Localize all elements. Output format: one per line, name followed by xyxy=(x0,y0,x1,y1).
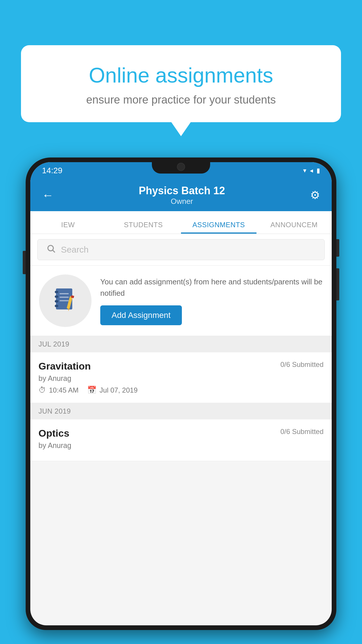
assignment-header-optics: Optics 0/6 Submitted xyxy=(38,428,324,439)
bubble-subtitle: ensure more practice for your students xyxy=(44,94,318,106)
notebook-icon xyxy=(54,287,77,314)
calendar-icon: 📅 xyxy=(87,386,96,395)
search-placeholder: Search xyxy=(61,245,89,255)
phone-device: 14:29 ▾ ◂ ▮ ← Physics Batch 12 Owner ⚙ xyxy=(26,158,336,644)
assignment-item-gravitation[interactable]: Gravitation 0/6 Submitted by Anurag ⏱ 10… xyxy=(30,352,332,403)
back-button[interactable]: ← xyxy=(42,189,54,202)
speech-bubble: Online assignments ensure more practice … xyxy=(21,45,341,122)
search-icon xyxy=(46,244,56,256)
assignment-date: 📅 Jul 07, 2019 xyxy=(87,386,138,395)
header-subtitle: Owner xyxy=(54,197,310,206)
phone-body: 14:29 ▾ ◂ ▮ ← Physics Batch 12 Owner ⚙ xyxy=(26,158,336,630)
assignment-title-optics: Optics xyxy=(38,428,69,439)
assignment-submitted: 0/6 Submitted xyxy=(280,360,324,369)
header-title: Physics Batch 12 xyxy=(54,185,310,197)
promo-section: You can add assignment(s) from here and … xyxy=(30,266,332,336)
search-container: Search xyxy=(30,234,332,266)
phone-screen: 14:29 ▾ ◂ ▮ ← Physics Batch 12 Owner ⚙ xyxy=(30,162,332,625)
assignment-header: Gravitation 0/6 Submitted xyxy=(38,360,324,372)
svg-rect-6 xyxy=(55,305,58,307)
header-title-area: Physics Batch 12 Owner xyxy=(54,185,310,206)
assignment-by: by Anurag xyxy=(38,374,324,383)
front-camera xyxy=(177,163,185,171)
screen-content: 14:29 ▾ ◂ ▮ ← Physics Batch 12 Owner ⚙ xyxy=(30,162,332,625)
svg-rect-9 xyxy=(59,300,69,301)
assignment-time: ⏱ 10:45 AM xyxy=(38,386,78,395)
svg-rect-3 xyxy=(55,291,58,293)
tab-announcements[interactable]: ANNOUNCEM xyxy=(256,221,332,234)
svg-rect-7 xyxy=(59,293,69,294)
status-icons: ▾ ◂ ▮ xyxy=(303,167,320,174)
promo-icon-circle xyxy=(39,274,92,327)
month-separator-jun: JUN 2019 xyxy=(30,403,332,419)
month-separator-jul: JUL 2019 xyxy=(30,336,332,352)
battery-icon: ▮ xyxy=(317,167,320,174)
assignment-title: Gravitation xyxy=(38,360,91,372)
svg-rect-8 xyxy=(59,297,69,298)
add-assignment-button[interactable]: Add Assignment xyxy=(100,305,182,325)
search-bar[interactable]: Search xyxy=(37,239,325,260)
volume-button xyxy=(23,251,26,274)
promo-text-area: You can add assignment(s) from here and … xyxy=(100,276,323,325)
signal-icon: ◂ xyxy=(310,167,313,174)
tab-iew[interactable]: IEW xyxy=(30,221,106,234)
app-header: ← Physics Batch 12 Owner ⚙ xyxy=(30,179,332,211)
bubble-title: Online assignments xyxy=(44,63,318,88)
assignment-submitted-optics: 0/6 Submitted xyxy=(280,428,324,436)
svg-point-0 xyxy=(48,245,53,251)
volume-down-button xyxy=(336,268,339,300)
svg-line-1 xyxy=(53,250,55,252)
settings-icon[interactable]: ⚙ xyxy=(310,189,320,202)
phone-notch xyxy=(152,158,210,174)
power-button xyxy=(336,239,339,257)
promo-description: You can add assignment(s) from here and … xyxy=(100,276,323,299)
speech-bubble-container: Online assignments ensure more practice … xyxy=(21,45,341,122)
assignment-item-optics[interactable]: Optics 0/6 Submitted by Anurag xyxy=(30,419,332,461)
status-time: 14:29 xyxy=(42,166,62,175)
tabs-container: IEW STUDENTS ASSIGNMENTS ANNOUNCEM xyxy=(30,211,332,234)
wifi-icon: ▾ xyxy=(303,167,306,174)
assignment-meta: ⏱ 10:45 AM 📅 Jul 07, 2019 xyxy=(38,386,324,395)
tab-students[interactable]: STUDENTS xyxy=(106,221,181,234)
tab-assignments[interactable]: ASSIGNMENTS xyxy=(181,221,256,234)
svg-rect-4 xyxy=(55,295,58,298)
svg-rect-5 xyxy=(55,300,58,302)
assignment-by-optics: by Anurag xyxy=(38,441,324,450)
clock-icon: ⏱ xyxy=(38,386,46,395)
